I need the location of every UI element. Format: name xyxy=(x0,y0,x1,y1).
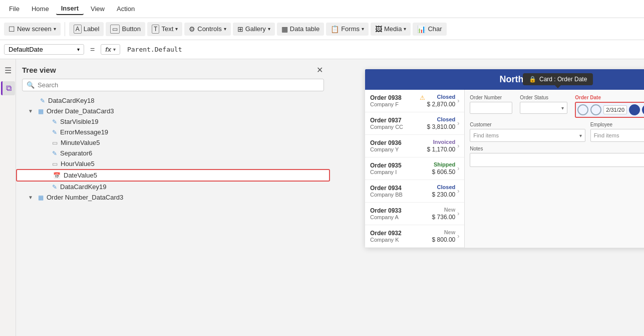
formula-input[interactable] xyxy=(123,45,640,54)
gallery-icon: ⊞ xyxy=(237,25,243,33)
find-items-placeholder2: Find items xyxy=(594,132,644,138)
employee-label: Employee xyxy=(590,122,644,127)
close-icon[interactable]: ✕ xyxy=(315,64,324,76)
search-input[interactable] xyxy=(38,81,319,89)
text-chevron-icon: ▾ xyxy=(175,26,178,32)
tree-item-minutevalue5[interactable]: ▭ MinuteValue5 xyxy=(16,137,330,148)
expander-icon[interactable]: ▼ xyxy=(28,108,35,114)
order-item-0933[interactable]: Order 0933 Company A New $ 736.00 › xyxy=(365,203,464,225)
customer-select[interactable]: Find items ▾ xyxy=(470,129,585,142)
order-date-field-highlight: 2/31/20 xyxy=(575,102,644,118)
gallery-button[interactable]: ⊞ Gallery ▾ xyxy=(233,23,275,36)
order-left: Order 0937 Company CC xyxy=(370,117,425,130)
notes-label: Notes xyxy=(470,146,644,151)
tree-item-hourvalue5[interactable]: ▭ HourValue5 xyxy=(16,158,330,169)
menu-action[interactable]: Action xyxy=(112,3,140,15)
date-input-group: 2/31/20 xyxy=(577,104,644,115)
date-prev2-button[interactable] xyxy=(590,104,601,115)
date-prev-button[interactable] xyxy=(577,104,588,115)
order-amount: $ 230.00 xyxy=(432,191,456,198)
order-right: New $ 800.00 xyxy=(432,229,456,243)
treeview-title: Tree view xyxy=(22,66,56,74)
folder-icon: ▦ xyxy=(38,108,44,115)
controls-button[interactable]: ⚙ Controls ▾ xyxy=(184,23,230,36)
order-status-select[interactable]: ▾ xyxy=(520,102,567,114)
order-left: Order 0936 Company Y xyxy=(370,139,425,152)
menu-file[interactable]: File xyxy=(4,3,25,15)
media-chevron-icon: ▾ xyxy=(404,26,406,32)
new-screen-button[interactable]: ☐ New screen ▾ xyxy=(4,23,61,36)
order-item-0932[interactable]: Order 0932 Company K New $ 800.00 › xyxy=(365,225,464,248)
search-box[interactable]: 🔍 xyxy=(22,79,324,91)
tree-item-datacardkey18[interactable]: ✎ DataCardKey18 xyxy=(16,95,330,106)
order-left: Order 0938 ⚠ Company F xyxy=(370,94,425,107)
divider-1 xyxy=(65,22,65,36)
notes-input[interactable] xyxy=(470,153,644,167)
text-button[interactable]: T Text ▾ xyxy=(147,22,182,36)
order-status: Invoiced xyxy=(433,139,456,145)
chart-button[interactable]: 📊 Char xyxy=(413,23,446,36)
media-icon: 🖼 xyxy=(375,25,382,33)
date-next2-button[interactable] xyxy=(642,104,644,115)
rect-icon: ▭ xyxy=(52,160,58,167)
order-item-0935[interactable]: Order 0935 Company I Shipped $ 606.50 › xyxy=(365,157,464,180)
hamburger-icon-item[interactable]: ☰ xyxy=(1,63,15,77)
search-icon: 🔍 xyxy=(27,81,35,89)
order-id: Order 0932 xyxy=(370,230,430,237)
tree-item-datacardkey19[interactable]: ✎ DataCardKey19 xyxy=(16,182,330,192)
order-item-0936[interactable]: Order 0936 Company Y Invoiced $ 1,170.00… xyxy=(365,135,464,157)
employee-select[interactable]: Find items ▾ xyxy=(590,129,644,142)
order-amount: $ 3,810.00 xyxy=(427,123,456,130)
order-number-input[interactable] xyxy=(470,102,512,114)
tree-item-order-number-datacard3[interactable]: ▼ ▦ Order Number_DataCard3 xyxy=(16,192,330,203)
tree-item-order-date-datacard3[interactable]: ▼ ▦ Order Date_DataCard3 xyxy=(16,106,330,116)
chevron-right-icon: › xyxy=(457,97,459,104)
order-amount: $ 2,870.00 xyxy=(427,101,456,108)
menu-insert[interactable]: Insert xyxy=(56,3,84,15)
tree-item-errormessage19[interactable]: ✎ ErrorMessage19 xyxy=(16,127,330,137)
order-id: Order 0934 xyxy=(370,185,430,192)
forms-chevron-icon: ▾ xyxy=(362,26,364,32)
order-item-0938[interactable]: Order 0938 ⚠ Company F Closed $ 2,870.00… xyxy=(365,90,464,112)
forms-button[interactable]: 📋 Forms ▾ xyxy=(326,23,369,36)
order-status: Shipped xyxy=(434,161,455,167)
chevron-down-icon: ▾ xyxy=(54,26,56,32)
order-status: Closed xyxy=(437,94,456,100)
hamburger-icon: ☰ xyxy=(5,66,12,75)
expander-icon[interactable]: ▼ xyxy=(28,195,35,200)
date-next-button[interactable] xyxy=(629,104,640,115)
order-right: Closed $ 3,810.00 xyxy=(427,116,456,130)
warning-icon: ⚠ xyxy=(420,94,425,101)
text-icon: T xyxy=(152,25,159,34)
order-status: New xyxy=(444,207,456,213)
order-item-0937[interactable]: Order 0937 Company CC Closed $ 3,810.00 … xyxy=(365,112,464,135)
property-selector[interactable]: DefaultDate ▾ xyxy=(4,44,84,55)
button-button[interactable]: ▭ Button xyxy=(106,22,145,36)
tree-item-datevalue5[interactable]: 📅 DateValue5 xyxy=(16,169,330,182)
tree-item-label: HourValue5 xyxy=(61,160,95,167)
order-right: New $ 736.00 xyxy=(432,207,456,221)
order-item-0934[interactable]: Order 0934 Company BB Closed $ 230.00 › xyxy=(365,180,464,203)
order-left: Order 0932 Company K xyxy=(370,230,430,243)
tree-item-separator6[interactable]: ✎ Separator6 xyxy=(16,148,330,158)
menu-view[interactable]: View xyxy=(86,3,110,15)
fx-button[interactable]: fx ▾ xyxy=(101,44,120,55)
order-company: Company CC xyxy=(370,124,425,130)
label-button[interactable]: A Label xyxy=(69,22,104,36)
layers-icon-item[interactable]: ⧉ xyxy=(1,81,15,95)
order-right: Shipped $ 606.50 xyxy=(432,161,456,176)
datatable-icon: ▦ xyxy=(281,25,288,33)
media-button[interactable]: 🖼 Media ▾ xyxy=(371,23,411,36)
controls-chevron-icon: ▾ xyxy=(224,26,226,32)
order-status: Closed xyxy=(437,116,456,122)
datatable-button[interactable]: ▦ Data table xyxy=(277,23,324,36)
chevron-right-icon: › xyxy=(457,188,459,195)
order-company: Company A xyxy=(370,214,430,220)
order-company: Company BB xyxy=(370,192,430,198)
tree-item-starvisible19[interactable]: ✎ StarVisible19 xyxy=(16,116,330,127)
chevron-right-icon: › xyxy=(457,120,459,127)
order-company: Company Y xyxy=(370,146,425,152)
menu-home[interactable]: Home xyxy=(27,3,54,15)
date-value-display[interactable]: 2/31/20 xyxy=(603,105,627,114)
order-amount: $ 606.50 xyxy=(432,169,456,176)
